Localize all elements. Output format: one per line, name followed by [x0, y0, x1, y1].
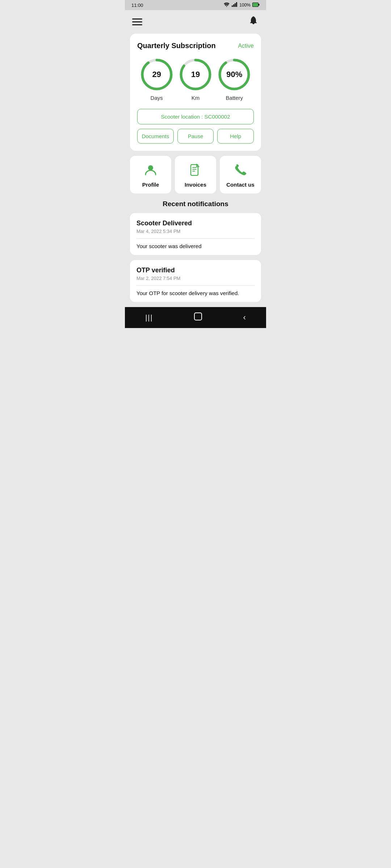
- contact-quick-item[interactable]: Contact us: [220, 156, 261, 193]
- invoices-quick-item[interactable]: Invoices: [175, 156, 216, 193]
- battery-icon: [252, 3, 260, 8]
- notification-bell-button[interactable]: [248, 15, 259, 29]
- days-label: Days: [151, 95, 163, 101]
- profile-label: Profile: [142, 182, 159, 188]
- svg-rect-1: [232, 5, 233, 7]
- help-button[interactable]: Help: [217, 129, 254, 144]
- notif-1-date: Mar 4, 2022 5:34 PM: [136, 229, 255, 234]
- notif-2-divider: [136, 285, 255, 286]
- pause-button[interactable]: Pause: [177, 129, 214, 144]
- notif-2-title: OTP verified: [136, 267, 255, 274]
- bottom-nav: ||| ‹: [125, 307, 266, 328]
- notification-card-2: OTP verified Mar 2, 2022 7:54 PM Your OT…: [130, 260, 261, 302]
- main-content: Quarterly Subscription Active 29 Days: [125, 34, 266, 302]
- km-circle: 19: [178, 57, 213, 92]
- subscription-status: Active: [238, 43, 254, 49]
- quick-access-row: Profile Invoices Contact us: [130, 156, 261, 193]
- days-circle-item: 29 Days: [139, 57, 174, 101]
- nav-forward-icon[interactable]: ‹: [243, 313, 245, 322]
- wifi-icon: [223, 2, 230, 8]
- svg-rect-6: [258, 4, 260, 5]
- notif-1-body: Your scooter was delivered: [136, 243, 255, 249]
- days-value: 29: [152, 70, 161, 79]
- notification-card-1: Scooter Delivered Mar 4, 2022 5:34 PM Yo…: [130, 213, 261, 255]
- status-bar: 11:00 100%: [125, 0, 266, 10]
- top-nav: [125, 10, 266, 34]
- profile-icon: [144, 164, 157, 178]
- profile-quick-item[interactable]: Profile: [130, 156, 171, 193]
- subscription-card: Quarterly Subscription Active 29 Days: [130, 34, 261, 151]
- status-time: 11:00: [131, 3, 143, 8]
- notif-2-date: Mar 2, 2022 7:54 PM: [136, 276, 255, 281]
- battery-text: 100%: [239, 3, 251, 8]
- hamburger-line-3: [132, 24, 142, 25]
- battery-label: Battery: [226, 95, 243, 101]
- status-right: 100%: [223, 2, 260, 8]
- documents-button[interactable]: Documents: [137, 129, 174, 144]
- scooter-location-button[interactable]: Scooter location : SC000002: [137, 109, 254, 124]
- nav-home-icon[interactable]: [194, 312, 202, 323]
- phone-icon: [234, 164, 247, 178]
- recent-notifications-title: Recent notifications: [130, 200, 261, 208]
- contact-label: Contact us: [226, 182, 255, 188]
- notif-1-title: Scooter Delivered: [136, 220, 255, 227]
- svg-rect-4: [236, 2, 237, 7]
- notif-2-body: Your OTP for scooter delivery was verifi…: [136, 290, 255, 296]
- km-circle-item: 19 Km: [178, 57, 213, 101]
- svg-point-13: [148, 165, 153, 170]
- days-circle: 29: [139, 57, 174, 92]
- svg-rect-2: [233, 4, 234, 7]
- svg-rect-5: [253, 3, 258, 7]
- action-buttons-row: Documents Pause Help: [137, 129, 254, 144]
- svg-rect-15: [194, 313, 202, 320]
- svg-point-0: [226, 6, 227, 7]
- svg-rect-3: [235, 3, 236, 7]
- battery-value: 90%: [226, 70, 242, 79]
- hamburger-line-1: [132, 18, 142, 20]
- notif-1-divider: [136, 238, 255, 239]
- battery-circle: 90%: [217, 57, 252, 92]
- card-header: Quarterly Subscription Active: [137, 42, 254, 50]
- subscription-title: Quarterly Subscription: [137, 42, 216, 50]
- nav-back-icon[interactable]: |||: [145, 314, 153, 322]
- invoices-icon: [190, 164, 201, 178]
- invoices-label: Invoices: [185, 182, 206, 188]
- km-value: 19: [191, 70, 200, 79]
- battery-circle-item: 90% Battery: [217, 57, 252, 101]
- stats-circles-row: 29 Days 19 Km: [137, 57, 254, 101]
- hamburger-menu[interactable]: [132, 18, 142, 25]
- signal-icon: [232, 2, 237, 8]
- km-label: Km: [192, 95, 200, 101]
- hamburger-line-2: [132, 21, 142, 22]
